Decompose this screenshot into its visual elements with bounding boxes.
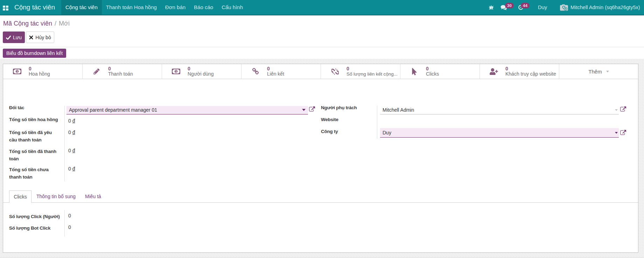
- svg-text:1: 1: [16, 70, 18, 73]
- svg-text:1: 1: [175, 70, 177, 73]
